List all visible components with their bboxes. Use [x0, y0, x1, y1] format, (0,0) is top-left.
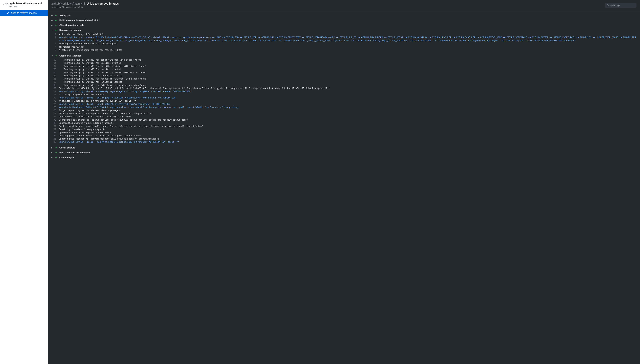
step: ▶Check outputs	[48, 145, 640, 150]
log-line: 85Updated pull request #5 (stevemar:crea…	[48, 138, 640, 140]
step-name: Build stevemar/image-deleter@v1.0.1	[59, 19, 100, 22]
line-number: 83	[51, 131, 56, 134]
step: ▶Post Checking out our code	[48, 150, 640, 155]
line-number: 77	[51, 112, 56, 115]
workflow-icon	[5, 2, 8, 6]
line-content: /usr/bin/docker run --name c27d3146d5ccb…	[59, 36, 636, 42]
log-line: 1▸ Run stevemar/image-deleter@v1.0.1	[48, 33, 640, 36]
svg-point-1	[7, 3, 8, 4]
line-number: 63	[51, 68, 56, 71]
step-header[interactable]: ▼Create Pull Request	[48, 53, 640, 58]
step-header[interactable]: ▶Complete job	[48, 155, 640, 160]
topbar: .github/workflows/main.yml / A job to re…	[48, 0, 640, 12]
line-number: 84	[51, 134, 56, 138]
step-header[interactable]: ▶Post Checking out our code	[48, 150, 640, 155]
line-content: rm 'images/pic2.jpg'	[59, 46, 636, 48]
check-icon	[55, 14, 58, 17]
caret-icon: ▶	[51, 147, 53, 149]
log-area[interactable]: ▶Set up job▶Build stevemar/image-deleter…	[48, 12, 640, 364]
check-icon	[55, 156, 58, 159]
caret-down-icon[interactable]: ▾	[3, 3, 4, 5]
search-input[interactable]	[605, 3, 636, 8]
step: ▶Set up job	[48, 13, 640, 18]
log-line: 71http.https://github.com/.extraheader	[48, 93, 640, 96]
line-content: Resetting 'create-pull-request/patch'	[59, 128, 636, 131]
crumb-current: A job to remove images	[87, 2, 119, 5]
line-content: Pushing pull request branch to 'origin/c…	[59, 134, 636, 138]
step-header[interactable]: ▶Set up job	[48, 13, 640, 18]
line-content: ▸ Run stevemar/image-deleter@v1.0.1	[59, 33, 636, 36]
line-number: 1	[51, 33, 56, 36]
log-line: 72/usr/bin/git config --local --get-rege…	[48, 96, 640, 100]
log-line: 73http.https://github.com/.extraheader A…	[48, 100, 640, 103]
line-number: 62	[51, 65, 56, 68]
line-number: 3	[51, 42, 56, 46]
crumb-path[interactable]: .github/workflows/main.yml	[51, 2, 85, 5]
log-line: 60 Running setup.py install for idna: fi…	[48, 58, 640, 62]
line-content: Successfully installed GitPython-3.1.2 P…	[59, 87, 636, 90]
log-line: 77Pull request branch to create or updat…	[48, 112, 640, 115]
line-content: Pull request branch to create or update …	[59, 112, 636, 115]
log-line: 66 Running setup.py install for requests…	[48, 78, 640, 80]
line-number: 2	[51, 36, 56, 39]
step-header[interactable]: ▼Remove the images	[48, 28, 640, 32]
log-line: 67 Running setup.py install for PyGithub…	[48, 80, 640, 84]
line-content: Pull request branch 'create-pull-request…	[59, 125, 636, 128]
line-number: 79	[51, 118, 56, 122]
step-body: 1▸ Run stevemar/image-deleter@v1.0.12/us…	[48, 32, 640, 53]
step: ▶Checking out our code	[48, 23, 640, 28]
line-content: /usr/bin/git config --local --unset http…	[59, 103, 636, 106]
log-line: 62 Running setup.py install for urllib3:…	[48, 65, 640, 68]
step-header[interactable]: ▶Build stevemar/image-deleter@v1.0.1	[48, 18, 640, 23]
line-number: 85	[51, 138, 56, 140]
line-content: A total of 1 images were marked for remo…	[59, 48, 636, 52]
line-number: 86	[51, 140, 56, 144]
line-number: 75	[51, 106, 56, 109]
log-line: 75/opt/hostedtoolcache/Python/3.8.2/x64/…	[48, 106, 640, 109]
line-content: /usr/bin/git config --local --name-only …	[59, 90, 636, 93]
log-line: 68 Running setup.py install for PyGithub…	[48, 84, 640, 87]
line-number: 81	[51, 125, 56, 128]
check-icon	[55, 54, 58, 57]
line-number: 65	[51, 74, 56, 78]
log-line: 5A total of 1 images were marked for rem…	[48, 48, 640, 52]
line-number: 70	[51, 90, 56, 93]
line-content: Running setup.py install for requests: s…	[59, 74, 636, 78]
step: ▼Remove the images1▸ Run stevemar/image-…	[48, 28, 640, 53]
step-header[interactable]: ▶Check outputs	[48, 145, 640, 150]
workflow-file[interactable]: .github/workflows/main.yml	[10, 2, 42, 5]
sidebar: ▾ .github/workflows/main.yml on: push A …	[0, 0, 48, 364]
workflow-header: ▾ .github/workflows/main.yml on: push	[0, 0, 48, 10]
line-content: Configured git author as 'github-actions…	[59, 118, 636, 122]
step-name: Set up job	[59, 14, 71, 17]
log-line: 78Configured git committer as 'GitHub <n…	[48, 115, 640, 118]
sidebar-job-item[interactable]: A job to remove images	[0, 10, 48, 16]
line-content: Target repository set to stevemar/testin…	[59, 109, 636, 112]
caret-icon: ▶	[51, 152, 53, 154]
log-line: 82Resetting 'create-pull-request/patch'	[48, 128, 640, 131]
log-line: 74/usr/bin/git config --local --unset ht…	[48, 103, 640, 106]
line-number: 60	[51, 58, 56, 62]
svg-point-0	[6, 3, 7, 4]
line-content: /usr/bin/git config --local --add http.h…	[59, 140, 636, 144]
line-content: Running setup.py install for urllib3: fi…	[59, 65, 636, 68]
log-line: 84Pushing pull request branch to 'origin…	[48, 134, 640, 138]
step-name: Complete job	[59, 156, 74, 159]
check-icon	[55, 151, 58, 154]
line-content: Running setup.py install for urllib3: st…	[59, 62, 636, 65]
line-number: 72	[51, 96, 56, 100]
log-line: 64 Running setup.py install for certifi:…	[48, 71, 640, 74]
line-content: Running setup.py install for certifi: st…	[59, 68, 636, 71]
log-line: 80Uncommitted changes found. Adding a co…	[48, 122, 640, 125]
main-panel: .github/workflows/main.yml / A job to re…	[48, 0, 640, 364]
line-number: 80	[51, 122, 56, 125]
line-content: http.https://github.com/.extraheader AUT…	[59, 100, 636, 103]
line-content: Running setup.py install for idna: finis…	[59, 58, 636, 62]
log-line: 79Configured git author as 'github-actio…	[48, 118, 640, 122]
step-header[interactable]: ▶Checking out our code	[48, 23, 640, 28]
line-number: 66	[51, 78, 56, 80]
line-content: Running setup.py install for PyGithub: f…	[59, 84, 636, 87]
step-body: 60 Running setup.py install for idna: fi…	[48, 58, 640, 145]
svg-point-2	[6, 4, 7, 5]
log-line: 4rm 'images/pic2.jpg'	[48, 46, 640, 48]
